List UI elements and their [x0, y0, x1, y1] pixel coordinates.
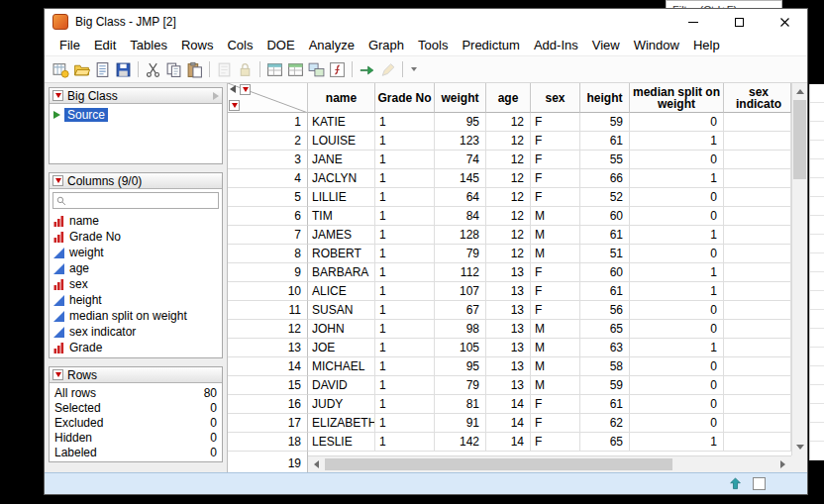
cut-icon[interactable]: [143, 59, 163, 79]
next-row-number[interactable]: 19: [228, 455, 308, 472]
save-icon[interactable]: [113, 59, 134, 79]
menu-predictum[interactable]: Predictum: [455, 37, 527, 53]
cell-grade-no[interactable]: 1: [375, 226, 435, 245]
cell-median-split[interactable]: 0: [630, 414, 724, 433]
cell-name[interactable]: KATIE: [308, 113, 375, 132]
collapse-panels-icon[interactable]: [230, 85, 236, 93]
cell-sex-indicator[interactable]: [724, 169, 791, 188]
cell-age[interactable]: 12: [486, 132, 531, 151]
cell-sex[interactable]: M: [531, 320, 580, 339]
source-item[interactable]: Source: [52, 106, 220, 124]
rows-stat-hidden[interactable]: Hidden0: [52, 430, 220, 445]
cell-weight[interactable]: 145: [435, 169, 486, 188]
row-number-cell[interactable]: 2: [228, 132, 308, 151]
cell-sex[interactable]: M: [531, 376, 580, 395]
cell-age[interactable]: 12: [486, 188, 531, 207]
cell-height[interactable]: 59: [580, 376, 630, 395]
cell-sex-indicator[interactable]: [724, 395, 791, 414]
cell-grade-no[interactable]: 1: [375, 376, 435, 395]
rows-stat-excluded[interactable]: Excluded0: [52, 415, 220, 430]
up-arrow-icon[interactable]: [729, 477, 742, 490]
column-header-grade-no[interactable]: Grade No: [375, 83, 435, 113]
cell-weight[interactable]: 98: [435, 320, 486, 339]
horizontal-scroll-thumb[interactable]: [325, 458, 672, 470]
menu-analyze[interactable]: Analyze: [302, 37, 361, 53]
cell-weight[interactable]: 67: [435, 301, 486, 320]
menu-tables[interactable]: Tables: [123, 37, 174, 53]
cell-weight[interactable]: 79: [435, 376, 486, 395]
cell-sex-indicator[interactable]: [724, 151, 791, 169]
cell-sex[interactable]: F: [531, 282, 580, 301]
row-number-cell[interactable]: 3: [228, 151, 308, 169]
menu-file[interactable]: File: [52, 37, 87, 53]
row-number-cell[interactable]: 17: [228, 414, 308, 433]
cell-sex[interactable]: F: [531, 113, 580, 132]
row-number-cell[interactable]: 5: [228, 188, 308, 207]
cell-grade-no[interactable]: 1: [375, 282, 435, 301]
cell-median-split[interactable]: 1: [630, 169, 724, 188]
cell-weight[interactable]: 74: [435, 151, 486, 169]
cell-sex[interactable]: F: [531, 433, 580, 452]
cell-age[interactable]: 12: [486, 245, 531, 263]
cell-weight[interactable]: 84: [435, 207, 486, 226]
cell-median-split[interactable]: 0: [630, 301, 724, 320]
cell-grade-no[interactable]: 1: [375, 339, 435, 357]
cell-age[interactable]: 13: [486, 282, 531, 301]
cell-sex-indicator[interactable]: [724, 339, 791, 357]
cell-sex-indicator[interactable]: [724, 245, 791, 263]
join-table-icon[interactable]: [306, 59, 327, 79]
menu-rows[interactable]: Rows: [174, 37, 221, 53]
column-header-median-split[interactable]: median split on weight: [630, 83, 724, 113]
row-number-cell[interactable]: 18: [228, 433, 308, 452]
rows-stat-all-rows[interactable]: All rows80: [52, 385, 220, 400]
cell-height[interactable]: 66: [580, 169, 630, 188]
row-number-cell[interactable]: 15: [228, 376, 308, 395]
cell-grade-no[interactable]: 1: [375, 433, 435, 452]
cell-age[interactable]: 14: [486, 395, 531, 414]
cell-age[interactable]: 13: [486, 301, 531, 320]
cell-name[interactable]: JOHN: [308, 320, 375, 339]
cell-sex-indicator[interactable]: [724, 226, 791, 245]
vertical-scroll-thumb[interactable]: [793, 100, 806, 179]
cell-weight[interactable]: 105: [435, 339, 486, 357]
cell-median-split[interactable]: 0: [630, 320, 724, 339]
cell-grade-no[interactable]: 1: [375, 169, 435, 188]
row-number-cell[interactable]: 6: [228, 207, 308, 226]
horizontal-scrollbar[interactable]: [308, 455, 791, 472]
subset-table-icon[interactable]: [285, 59, 306, 79]
cell-sex[interactable]: F: [531, 151, 580, 169]
cell-weight[interactable]: 79: [435, 245, 486, 263]
table-panel-red-triangle-icon[interactable]: [52, 90, 63, 101]
row-number-cell[interactable]: 16: [228, 395, 308, 414]
cell-sex[interactable]: F: [531, 188, 580, 207]
row-number-cell[interactable]: 12: [228, 320, 308, 339]
cell-age[interactable]: 14: [486, 414, 531, 433]
cell-grade-no[interactable]: 1: [375, 188, 435, 207]
column-item[interactable]: name: [52, 213, 220, 229]
cell-height[interactable]: 59: [580, 113, 630, 132]
cell-sex-indicator[interactable]: [724, 301, 791, 320]
cell-age[interactable]: 12: [486, 151, 531, 169]
column-item[interactable]: height: [52, 292, 220, 308]
cell-age[interactable]: 14: [486, 433, 531, 452]
cell-sex[interactable]: M: [531, 357, 580, 376]
cell-height[interactable]: 65: [580, 433, 630, 452]
cell-grade-no[interactable]: 1: [375, 245, 435, 263]
toolbar-overflow-icon[interactable]: [411, 67, 417, 71]
row-number-cell[interactable]: 9: [228, 263, 308, 282]
cell-median-split[interactable]: 0: [630, 188, 724, 207]
panel-expand-icon[interactable]: [213, 92, 219, 100]
cell-height[interactable]: 60: [580, 207, 630, 226]
cell-name[interactable]: LESLIE: [308, 433, 375, 452]
menu-add-ins[interactable]: Add-Ins: [527, 37, 585, 53]
row-number-cell[interactable]: 4: [228, 169, 308, 188]
cell-sex[interactable]: F: [531, 395, 580, 414]
source-label[interactable]: Source: [64, 108, 108, 122]
cell-weight[interactable]: 91: [435, 414, 486, 433]
cell-name[interactable]: JOE: [308, 339, 375, 357]
cell-median-split[interactable]: 1: [630, 282, 724, 301]
cell-weight[interactable]: 64: [435, 188, 486, 207]
cell-height[interactable]: 58: [580, 357, 630, 376]
cell-sex-indicator[interactable]: [724, 263, 791, 282]
column-item[interactable]: sex: [52, 276, 220, 292]
